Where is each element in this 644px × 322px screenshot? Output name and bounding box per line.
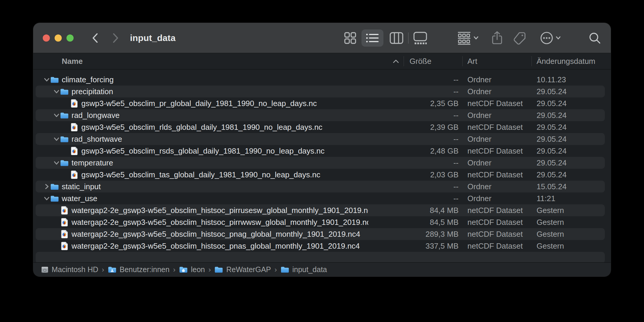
list-view-button[interactable] (361, 29, 383, 47)
file-size: 2,03 GB (401, 170, 459, 179)
file-name: gswp3-w5e5_obsclim_pr_global_daily_1981_… (81, 99, 317, 108)
file-row[interactable]: watergap2-2e_gswp3-w5e5_obsclim_histsoc_… (33, 228, 611, 240)
indent-spacer (33, 91, 43, 92)
netcdf-file-icon (70, 99, 79, 108)
file-kind: Ordner (467, 111, 534, 120)
disclosure-triangle-icon[interactable] (43, 183, 50, 190)
file-name: temperature (72, 158, 113, 168)
disclosure-triangle-icon[interactable] (43, 195, 50, 202)
path-item-label: Benutzer:innen (120, 265, 169, 274)
file-row[interactable]: gswp3-w5e5_obsclim_pr_global_daily_1981_… (33, 97, 611, 109)
toolbar-divider (408, 32, 409, 44)
file-kind: netCDF Dataset (467, 170, 534, 179)
gallery-view-icon (413, 32, 427, 44)
finder-window: input_data (33, 23, 611, 277)
column-header-kind[interactable]: Art (467, 57, 477, 66)
indent-spacer (33, 103, 53, 104)
tag-button[interactable] (511, 29, 529, 47)
zoom-button[interactable] (66, 34, 74, 42)
grid-view-button[interactable] (341, 29, 360, 47)
tag-icon (513, 31, 527, 45)
file-date: 29.05.24 (537, 87, 603, 96)
file-size: -- (401, 75, 459, 84)
file-row[interactable]: watergap2-2e_gswp3-w5e5_obsclim_histsoc_… (33, 216, 611, 228)
folder-icon (50, 182, 59, 191)
column-header-name[interactable]: Name (62, 57, 83, 66)
search-icon (589, 32, 601, 44)
close-button[interactable] (43, 34, 50, 42)
path-separator: › (173, 266, 175, 274)
disclosure-triangle-icon[interactable] (53, 112, 60, 119)
indent-spacer (33, 210, 43, 211)
file-kind: netCDF Dataset (467, 146, 534, 156)
file-row[interactable]: precipitation -- Ordner 29.05.24 (33, 86, 611, 97)
search-button[interactable] (586, 29, 604, 47)
minimize-button[interactable] (55, 34, 62, 42)
file-row[interactable]: rad_longwave -- Ordner 29.05.24 (33, 109, 611, 121)
file-name: rad_shortwave (72, 135, 122, 144)
share-button[interactable] (488, 29, 506, 47)
file-name: watergap2-2e_gswp3-w5e5_obsclim_histsoc_… (72, 241, 360, 251)
column-view-button[interactable] (387, 29, 406, 47)
chevron-right-icon (112, 33, 119, 43)
file-kind: netCDF Dataset (467, 123, 534, 132)
path-item[interactable]: Macintosh HD (41, 265, 98, 274)
column-header-size[interactable]: Größe (410, 57, 432, 66)
path-item-label: leon (191, 265, 205, 274)
file-date: 29.05.24 (537, 146, 603, 156)
gallery-view-button[interactable] (411, 29, 430, 47)
column-divider[interactable] (404, 56, 404, 66)
path-separator: › (275, 266, 277, 274)
path-item[interactable]: Benutzer:innen (108, 265, 169, 274)
group-by-button[interactable] (455, 29, 481, 47)
folder-icon (50, 75, 59, 84)
indent-spacer (33, 139, 43, 139)
indent-spacer (33, 175, 53, 175)
disclosure-triangle-icon[interactable] (43, 76, 50, 83)
disclosure-triangle-icon[interactable] (53, 136, 60, 142)
file-size: -- (401, 194, 459, 203)
file-kind: Ordner (467, 194, 534, 203)
file-row[interactable]: gswp3-w5e5_obsclim_tas_global_daily_1981… (33, 169, 611, 181)
file-size: 337,5 MB (401, 241, 459, 251)
back-button[interactable] (89, 31, 101, 45)
folder-icon (280, 266, 289, 273)
file-size: -- (401, 135, 459, 144)
column-header-date[interactable]: Änderungsdatum (537, 57, 595, 66)
file-kind: netCDF Dataset (467, 218, 534, 227)
file-row[interactable]: gswp3-w5e5_obsclim_rsds_global_daily_198… (33, 145, 611, 157)
file-name: rad_longwave (72, 111, 120, 120)
path-item[interactable]: leon (179, 265, 205, 274)
file-row[interactable]: temperature -- Ordner 29.05.24 (33, 157, 611, 169)
disclosure-triangle-icon[interactable] (53, 160, 60, 166)
chevron-down-icon (556, 36, 561, 40)
column-divider[interactable] (462, 56, 463, 66)
chevron-down-icon (474, 36, 478, 40)
file-row[interactable]: water_use -- Ordner 11:21 (33, 192, 611, 204)
netcdf-file-icon (70, 123, 79, 132)
path-item[interactable]: ReWaterGAP (214, 265, 271, 274)
column-view-icon (390, 32, 403, 44)
forward-button[interactable] (110, 31, 122, 45)
file-row[interactable]: static_input -- Ordner 15.05.24 (33, 181, 611, 192)
sort-ascending-icon (393, 59, 399, 63)
file-row[interactable]: watergap2-2e_gswp3-w5e5_obsclim_histsoc_… (33, 240, 611, 252)
file-date: 29.05.24 (537, 158, 603, 168)
file-row[interactable]: gswp3-w5e5_obsclim_rlds_global_daily_198… (33, 121, 611, 133)
file-row[interactable]: rad_shortwave -- Ordner 29.05.24 (33, 133, 611, 145)
file-size: -- (401, 111, 459, 120)
file-size: 2,35 GB (401, 99, 459, 108)
folder-home-icon (179, 266, 188, 273)
path-item[interactable]: input_data (280, 265, 327, 274)
file-size: -- (401, 87, 459, 96)
file-kind: Ordner (467, 182, 534, 191)
file-row[interactable]: climate_forcing -- Ordner 10.11.23 (33, 74, 611, 86)
share-icon (492, 31, 502, 45)
file-size: 289,3 MB (401, 230, 459, 239)
folder-icon (60, 158, 69, 167)
file-row[interactable]: watergap2-2e_gswp3-w5e5_obsclim_histsoc_… (33, 204, 611, 216)
column-divider[interactable] (532, 56, 532, 66)
disclosure-triangle-icon[interactable] (53, 88, 60, 95)
file-date: 29.05.24 (537, 111, 603, 120)
more-options-button[interactable] (536, 29, 564, 47)
